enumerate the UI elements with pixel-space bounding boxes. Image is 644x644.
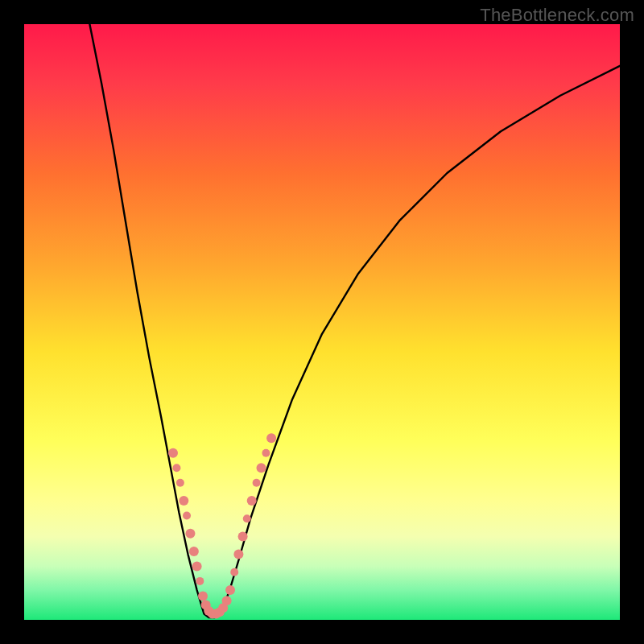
scatter-dot — [185, 529, 195, 539]
scatter-dot — [179, 496, 188, 506]
scatter-dot — [176, 479, 184, 487]
scatter-dots — [168, 433, 276, 618]
scatter-dot — [257, 463, 266, 473]
scatter-dot — [225, 585, 235, 595]
scatter-dot — [238, 531, 248, 541]
scatter-dot — [183, 512, 191, 520]
scatter-dot — [266, 433, 276, 443]
scatter-dot — [192, 561, 202, 571]
scatter-dot — [262, 449, 270, 457]
scatter-dot — [243, 514, 251, 522]
scatter-dot — [233, 550, 243, 559]
scatter-dot — [189, 547, 199, 556]
scatter-dot — [172, 464, 180, 472]
scatter-dot — [230, 568, 238, 576]
plot-area — [24, 24, 620, 620]
scatter-dot — [198, 591, 208, 601]
scatter-dot — [222, 596, 232, 605]
scatter-dot — [253, 479, 261, 487]
scatter-dot — [196, 577, 204, 585]
chart-container: TheBottleneck.com — [0, 0, 644, 644]
scatter-dot — [247, 496, 257, 506]
curve-layer — [24, 24, 620, 620]
scatter-dot — [168, 448, 178, 458]
watermark-text: TheBottleneck.com — [480, 5, 634, 26]
bottleneck-curve — [89, 24, 620, 617]
